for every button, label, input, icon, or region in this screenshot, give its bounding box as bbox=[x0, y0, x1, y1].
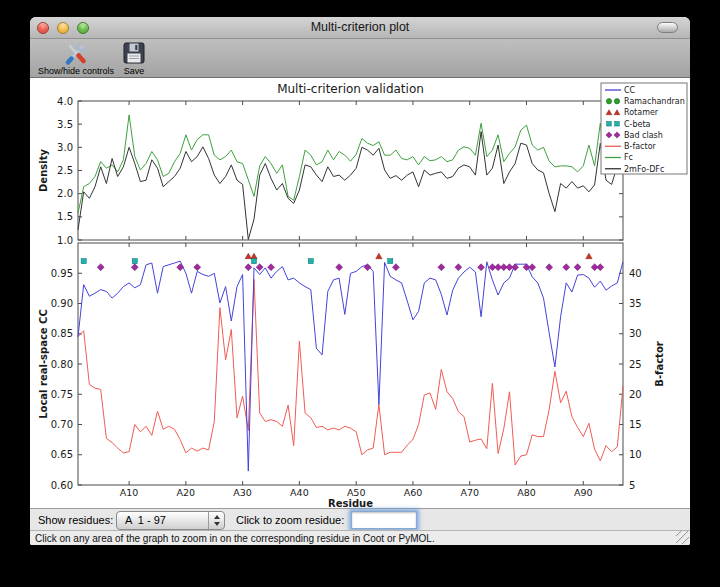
toolbar: Show/hide controls Save bbox=[30, 39, 690, 78]
svg-text:Ramachandran: Ramachandran bbox=[624, 97, 685, 106]
svg-text:Bad clash: Bad clash bbox=[624, 131, 663, 140]
multi-criterion-chart: Multi-criterion validationA10A20A30A40A5… bbox=[30, 78, 690, 508]
svg-text:B-factor: B-factor bbox=[624, 142, 657, 151]
svg-text:C-beta: C-beta bbox=[624, 120, 651, 129]
svg-text:2.0: 2.0 bbox=[57, 188, 73, 199]
save-button[interactable]: Save bbox=[118, 39, 150, 78]
save-label: Save bbox=[118, 66, 150, 76]
svg-text:0.90: 0.90 bbox=[51, 298, 73, 309]
svg-text:4.0: 4.0 bbox=[57, 96, 73, 107]
tools-icon bbox=[63, 40, 89, 66]
svg-text:A60: A60 bbox=[404, 487, 423, 498]
svg-text:5: 5 bbox=[629, 480, 635, 491]
svg-text:B-factor: B-factor bbox=[654, 341, 665, 386]
svg-text:0.80: 0.80 bbox=[51, 359, 73, 370]
toolbar-toggle-button[interactable] bbox=[657, 22, 678, 33]
svg-text:CC: CC bbox=[624, 86, 636, 95]
svg-text:20: 20 bbox=[629, 389, 642, 400]
svg-text:0.85: 0.85 bbox=[51, 328, 73, 339]
svg-text:0.95: 0.95 bbox=[51, 268, 73, 279]
svg-text:15: 15 bbox=[629, 419, 642, 430]
popup-stepper-icon bbox=[208, 512, 224, 529]
svg-text:A30: A30 bbox=[233, 487, 252, 498]
svg-text:25: 25 bbox=[629, 359, 642, 370]
show-hide-controls-button[interactable]: Show/hide controls bbox=[33, 39, 119, 78]
resize-grip-icon[interactable] bbox=[676, 531, 689, 544]
svg-text:Multi-criterion validation: Multi-criterion validation bbox=[277, 82, 424, 96]
svg-text:2mFo-DFc: 2mFo-DFc bbox=[624, 165, 664, 174]
controls-bar: Show residues: A 1 - 97 Click to zoom re… bbox=[30, 508, 690, 530]
svg-text:A70: A70 bbox=[460, 487, 479, 498]
residue-range-value: A 1 - 97 bbox=[125, 514, 166, 526]
svg-text:A50: A50 bbox=[347, 487, 366, 498]
residue-range-select[interactable]: A 1 - 97 bbox=[116, 511, 225, 530]
save-icon bbox=[121, 40, 147, 66]
window-title: Multi-criterion plot bbox=[30, 17, 690, 39]
zoom-residue-input[interactable] bbox=[351, 511, 417, 529]
svg-text:Density: Density bbox=[38, 149, 49, 192]
window: Multi-criterion plot Show/hide controls bbox=[30, 17, 690, 545]
status-message: Click on any area of the graph to zoom i… bbox=[35, 533, 435, 544]
svg-text:A80: A80 bbox=[517, 487, 536, 498]
svg-text:Rotamer: Rotamer bbox=[624, 108, 659, 117]
svg-text:1.5: 1.5 bbox=[57, 211, 73, 222]
svg-text:1.0: 1.0 bbox=[57, 235, 73, 246]
status-bar: Click on any area of the graph to zoom i… bbox=[30, 530, 690, 545]
svg-text:10: 10 bbox=[629, 449, 642, 460]
svg-text:Fc: Fc bbox=[624, 153, 633, 162]
show-hide-controls-label: Show/hide controls bbox=[33, 66, 119, 76]
svg-text:35: 35 bbox=[629, 298, 642, 309]
svg-text:0.70: 0.70 bbox=[51, 419, 73, 430]
svg-text:40: 40 bbox=[629, 268, 642, 279]
svg-text:A40: A40 bbox=[290, 487, 309, 498]
svg-text:0.75: 0.75 bbox=[51, 389, 73, 400]
svg-text:3.5: 3.5 bbox=[57, 119, 73, 130]
svg-text:Local real-space CC: Local real-space CC bbox=[38, 309, 49, 419]
svg-text:30: 30 bbox=[629, 328, 642, 339]
zoom-residue-label: Click to zoom residue: bbox=[236, 514, 344, 526]
svg-text:A90: A90 bbox=[574, 487, 593, 498]
svg-text:A10: A10 bbox=[120, 487, 139, 498]
svg-text:0.60: 0.60 bbox=[51, 480, 73, 491]
title-bar: Multi-criterion plot bbox=[30, 17, 690, 39]
svg-text:Residue: Residue bbox=[328, 498, 373, 508]
svg-text:A20: A20 bbox=[177, 487, 196, 498]
plot-region[interactable]: Multi-criterion validationA10A20A30A40A5… bbox=[30, 78, 690, 508]
svg-text:2.5: 2.5 bbox=[57, 165, 73, 176]
show-residues-label: Show residues: bbox=[38, 514, 113, 526]
svg-text:0.65: 0.65 bbox=[51, 449, 73, 460]
svg-text:3.0: 3.0 bbox=[57, 142, 73, 153]
